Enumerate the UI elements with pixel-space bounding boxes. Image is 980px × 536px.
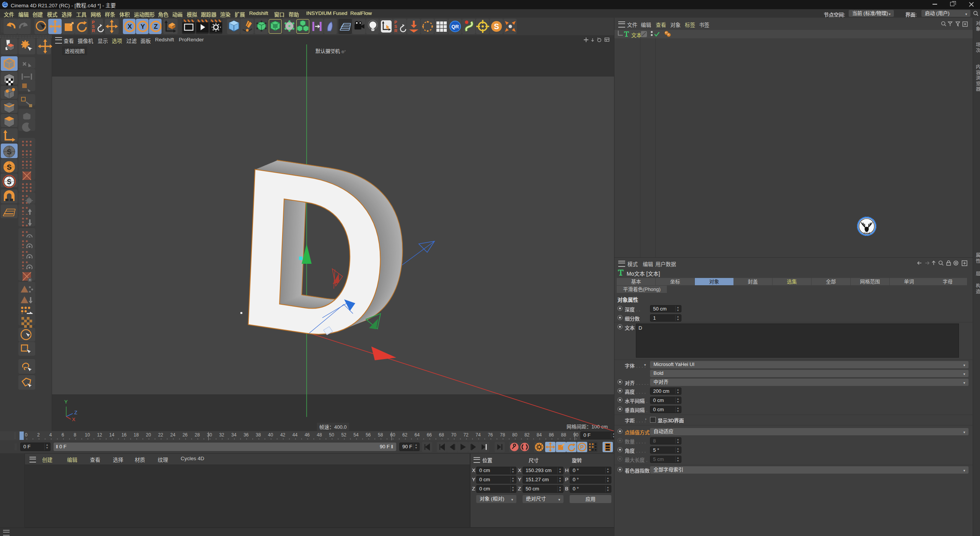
svg-text:26: 26 — [183, 432, 188, 438]
svg-text:16: 16 — [121, 432, 127, 438]
svg-text:36: 36 — [243, 432, 249, 438]
svg-text:86: 86 — [549, 432, 554, 438]
svg-text:2: 2 — [37, 432, 40, 438]
svg-text:74: 74 — [475, 432, 481, 438]
svg-text:66: 66 — [427, 432, 432, 438]
svg-text:Y: Y — [64, 399, 68, 405]
svg-text:S: S — [7, 163, 12, 171]
svg-text:30: 30 — [207, 432, 212, 438]
svg-text:22: 22 — [158, 432, 163, 438]
svg-text:X: X — [72, 417, 75, 422]
svg-text:50: 50 — [329, 432, 335, 438]
svg-text:88: 88 — [561, 432, 567, 438]
svg-text:20: 20 — [146, 432, 151, 438]
svg-text:6: 6 — [62, 432, 64, 438]
svg-text:12: 12 — [97, 432, 102, 438]
svg-text:0: 0 — [25, 432, 28, 438]
svg-text:42: 42 — [280, 432, 286, 438]
svg-text:28: 28 — [195, 432, 200, 438]
svg-text:8: 8 — [74, 432, 77, 438]
svg-text:84: 84 — [537, 432, 542, 438]
svg-text:78: 78 — [500, 432, 505, 438]
svg-text:80: 80 — [512, 432, 518, 438]
svg-text:QR: QR — [451, 24, 459, 29]
svg-text:4: 4 — [49, 432, 52, 438]
svg-text:18: 18 — [134, 432, 139, 438]
svg-text:32: 32 — [219, 432, 224, 438]
svg-text:D: D — [232, 118, 394, 393]
svg-text:70: 70 — [451, 432, 457, 438]
svg-text:Y: Y — [140, 23, 145, 30]
svg-text:R: R — [394, 28, 397, 33]
svg-text:S: S — [494, 22, 499, 31]
svg-text:40: 40 — [268, 432, 273, 438]
svg-text:64: 64 — [415, 432, 420, 438]
svg-text:10: 10 — [85, 432, 90, 438]
svg-text:62: 62 — [402, 432, 408, 438]
svg-text:R: R — [92, 28, 95, 33]
svg-text:90: 90 — [573, 432, 579, 438]
svg-text:76: 76 — [488, 432, 493, 438]
svg-text:14: 14 — [109, 432, 114, 438]
svg-text:58: 58 — [378, 432, 383, 438]
svg-text:56: 56 — [366, 432, 371, 438]
svg-text:S: S — [7, 148, 12, 156]
svg-text:Z: Z — [154, 23, 158, 30]
svg-text:54: 54 — [353, 432, 359, 438]
svg-text:34: 34 — [231, 432, 237, 438]
svg-text:X: X — [127, 23, 132, 30]
svg-text:68: 68 — [439, 432, 444, 438]
svg-text:24: 24 — [170, 432, 176, 438]
svg-text:S: S — [7, 178, 11, 186]
svg-text:行走者: 行走者 — [863, 232, 871, 234]
svg-text:Z: Z — [74, 410, 77, 415]
svg-text:38: 38 — [256, 432, 261, 438]
svg-text:P: P — [580, 444, 584, 450]
svg-text:72: 72 — [463, 432, 469, 438]
svg-text:52: 52 — [341, 432, 346, 438]
svg-text:46: 46 — [305, 432, 310, 438]
svg-text:44: 44 — [292, 432, 298, 438]
svg-text:60: 60 — [390, 432, 395, 438]
svg-text:82: 82 — [524, 432, 530, 438]
svg-text:48: 48 — [317, 432, 322, 438]
